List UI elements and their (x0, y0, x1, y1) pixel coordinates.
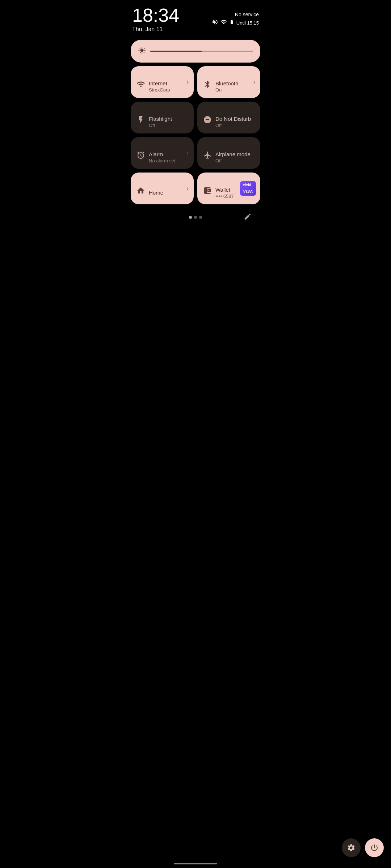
bluetooth-tile-icon (203, 80, 212, 91)
bluetooth-tile[interactable]: Bluetooth On › (197, 66, 260, 98)
dnd-tile[interactable]: Do Not Disturb Off (197, 102, 260, 133)
dnd-tile-subtitle: Off (215, 123, 255, 128)
dot-1 (189, 216, 192, 219)
wallet-tile-icon (203, 186, 212, 197)
bluetooth-tile-title: Bluetooth (215, 80, 255, 87)
wallet-card: vivid VISA (240, 181, 256, 196)
internet-tile-arrow: › (187, 79, 189, 85)
home-tile-title: Home (149, 190, 188, 196)
page-dots (189, 216, 202, 219)
internet-tile-title: Internet (149, 80, 188, 87)
internet-tile-subtitle: StrexCorp (149, 87, 188, 93)
airplane-tile-subtitle: Off (215, 158, 255, 163)
dot-3 (199, 216, 202, 219)
dnd-tile-title: Do Not Disturb (215, 116, 255, 122)
no-service-text: No service (235, 12, 259, 17)
flashlight-tile[interactable]: Flashlight Off (131, 102, 194, 133)
airplane-tile-icon (203, 151, 212, 162)
flashlight-tile-icon (136, 115, 145, 126)
home-tile-icon (136, 186, 145, 197)
battery-icon (229, 19, 234, 27)
edit-button[interactable] (244, 213, 252, 222)
time-display: 18:34 (132, 6, 179, 25)
alarm-tile-arrow: › (187, 150, 189, 156)
internet-tile[interactable]: Internet StrexCorp › (131, 66, 194, 98)
date-display: Thu, Jan 11 (132, 26, 179, 33)
home-tile-arrow: › (187, 185, 189, 192)
brightness-slider[interactable] (150, 51, 253, 52)
wallet-card-label: vivid (243, 183, 251, 187)
alarm-tile-subtitle: No alarm set (149, 158, 188, 163)
battery-time: Until 15:15 (236, 20, 259, 26)
brightness-control[interactable] (131, 40, 260, 63)
airplane-tile-title: Airplane mode (215, 151, 255, 158)
wallet-tile[interactable]: Wallet •••• 6587 vivid VISA (197, 173, 260, 204)
wifi-icon (220, 19, 227, 27)
wallet-card-network: VISA (243, 189, 253, 194)
alarm-tile[interactable]: Alarm No alarm set › (131, 137, 194, 169)
home-tile[interactable]: Home › (131, 173, 194, 204)
flashlight-tile-title: Flashlight (149, 116, 188, 122)
alarm-tile-icon (136, 151, 145, 162)
flashlight-tile-subtitle: Off (149, 123, 188, 128)
wifi-tile-icon (136, 80, 145, 91)
page-indicator-row (131, 210, 260, 225)
alarm-tile-title: Alarm (149, 151, 188, 158)
brightness-icon (138, 46, 146, 56)
tiles-grid: Internet StrexCorp › Bluetooth On › (131, 66, 260, 204)
status-bar: 18:34 Thu, Jan 11 No service (125, 0, 266, 35)
mute-icon (212, 19, 218, 27)
airplane-tile[interactable]: Airplane mode Off (197, 137, 260, 169)
status-icons: Until 15:15 (212, 19, 259, 27)
bluetooth-tile-subtitle: On (215, 87, 255, 93)
dnd-tile-icon (203, 115, 212, 126)
dot-2 (194, 216, 197, 219)
quick-settings: Internet StrexCorp › Bluetooth On › (125, 35, 266, 235)
bluetooth-tile-arrow: › (253, 79, 255, 85)
